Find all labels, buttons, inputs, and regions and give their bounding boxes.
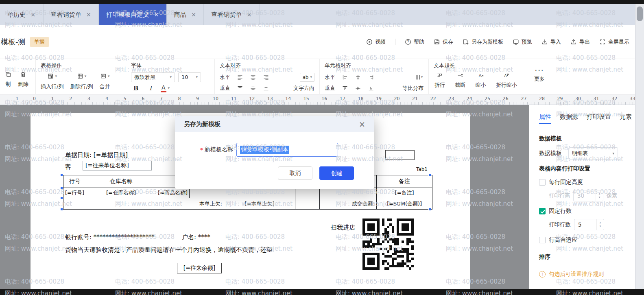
font-family-select[interactable]: 微软雅黑 ▾ xyxy=(131,72,175,82)
fullscreen-button[interactable]: 全屏显示 xyxy=(599,38,629,46)
table-cell[interactable] xyxy=(63,198,86,210)
table-cell[interactable]: 本单上欠: xyxy=(156,198,224,210)
save-as-new-template-button[interactable]: 另存为新模板 xyxy=(463,38,503,46)
delete-row-col-button[interactable]: ▾ 删除行/列 xyxy=(70,72,93,90)
table-cell[interactable] xyxy=(86,198,156,210)
doc-account-holder-field[interactable]: 户名: **** xyxy=(182,234,210,241)
tab-bill-history[interactable]: 单历史 × xyxy=(0,4,44,25)
table-selection-handle[interactable] xyxy=(428,173,431,176)
panel-tab-data-source[interactable]: 数据源 xyxy=(560,113,578,124)
text-direction-button[interactable]: ab▾ xyxy=(300,73,314,82)
align-left-button[interactable] xyxy=(235,73,245,82)
align-center-button[interactable] xyxy=(248,73,258,82)
panel-tab-print-settings[interactable]: 打印设置 xyxy=(587,113,611,124)
table-selection-handle[interactable] xyxy=(60,197,63,199)
insert-row-col-button[interactable]: ▾ 插入行/列 xyxy=(41,72,63,90)
table-cell[interactable] xyxy=(346,188,377,198)
overflow-shrink-button[interactable]: A 缩小 xyxy=(476,72,486,89)
table-cell[interactable] xyxy=(320,188,346,198)
doc-date-field[interactable]: 单据日期: [=单据日期] xyxy=(65,151,128,159)
import-button[interactable]: 导入 xyxy=(541,38,561,46)
print-height-input[interactable]: 30 ▴▾ xyxy=(573,190,603,201)
table-selection-handle[interactable] xyxy=(428,208,431,211)
overflow-truncate-button[interactable]: 截断 xyxy=(455,72,465,89)
fixed-row-height-option[interactable]: 每行固定高度 xyxy=(539,179,629,186)
doc-qr-label[interactable]: 扫我进店 xyxy=(331,224,355,232)
vertical-scrollbar[interactable] xyxy=(635,4,644,289)
table-cell[interactable] xyxy=(295,188,320,198)
close-icon[interactable]: × xyxy=(31,11,36,18)
template-name-input[interactable]: 销货单模板-测副本 xyxy=(236,143,338,157)
save-button[interactable]: 保存 xyxy=(434,38,453,46)
doc-customer-field[interactable]: [=往来单位名称] xyxy=(83,161,152,170)
cell-valign-bottom-button[interactable] xyxy=(366,84,376,93)
distribute-button[interactable]: ▾ xyxy=(414,73,424,82)
checkbox-unchecked[interactable] xyxy=(539,237,546,243)
table-cell[interactable] xyxy=(295,198,320,210)
print-rows-input[interactable]: 5 ▴▾ xyxy=(574,219,604,230)
tab-view-sales-order-2[interactable]: 查看销货单 × xyxy=(204,4,260,25)
doc-notice-text[interactable]: 货物当天请验收清楚，产品质量问题请在一个月内退换，逾期概不负责，还望 xyxy=(65,246,273,254)
video-button[interactable]: 视频 xyxy=(366,38,386,46)
cell-valign-top-button[interactable] xyxy=(340,84,350,93)
font-color-button[interactable]: A ▾ xyxy=(160,84,170,92)
valign-bottom-button[interactable] xyxy=(261,84,271,93)
fixed-row-count-option[interactable]: 固定行数 xyxy=(539,208,629,215)
scrollbar-thumb[interactable] xyxy=(637,7,643,21)
dialog-header[interactable]: 另存为新模板 × xyxy=(175,116,374,132)
table-cell[interactable]: 行号 xyxy=(63,175,86,188)
checkbox-checked[interactable] xyxy=(539,208,546,214)
create-button[interactable]: 创建 xyxy=(319,166,354,180)
panel-tab-elements[interactable]: 元素 xyxy=(620,113,632,124)
tab-print-template-editor[interactable]: 打印模板自定义 × xyxy=(99,4,167,25)
cell-align-left-button[interactable] xyxy=(340,73,350,82)
valign-top-button[interactable] xyxy=(235,84,245,93)
table-cell[interactable] xyxy=(224,188,295,198)
doc-balance-field[interactable]: [=往来余额] xyxy=(177,263,222,273)
panel-tab-properties[interactable]: 属性 xyxy=(539,113,551,124)
table-cell[interactable]: 备注 xyxy=(377,175,432,188)
valign-middle-button[interactable] xyxy=(248,84,258,93)
table-cell[interactable]: [=行号] xyxy=(63,188,86,198)
overflow-wrap-shrink-button[interactable]: A 折行缩小 xyxy=(496,72,517,89)
more-button[interactable]: ··· 更多 xyxy=(528,62,551,83)
doc-tab-label[interactable]: Tab1 xyxy=(416,166,428,172)
table-cell[interactable]: [=仓库名称] xyxy=(86,188,156,198)
overflow-wrap-button[interactable]: 折行 xyxy=(434,72,445,89)
spinner-arrows[interactable]: ▴▾ xyxy=(596,190,603,201)
qr-code[interactable] xyxy=(361,217,415,271)
bold-button[interactable]: B xyxy=(131,84,141,93)
merge-cells-button[interactable]: ▾ 合并 xyxy=(100,72,110,90)
preview-button[interactable]: 预览 xyxy=(513,38,532,46)
table-cell[interactable]: 仓库名称 xyxy=(86,175,156,188)
doc-number-field[interactable] xyxy=(385,150,415,160)
table-selection-handle[interactable] xyxy=(60,186,63,189)
close-icon[interactable]: × xyxy=(154,11,159,18)
doc-bank-account-field[interactable]: 银行账号: ******************** xyxy=(65,234,155,241)
italic-button[interactable]: I xyxy=(146,84,155,93)
align-right-button[interactable] xyxy=(261,73,271,82)
close-icon[interactable]: × xyxy=(359,120,365,128)
cell-align-center-button[interactable] xyxy=(353,73,363,82)
close-icon[interactable]: × xyxy=(191,11,196,18)
font-size-select[interactable]: 10 ▾ xyxy=(178,72,201,82)
delete-button[interactable]: 删除 xyxy=(18,71,28,92)
table-cell[interactable]: [=备注] xyxy=(377,188,432,198)
copy-button[interactable]: 制 xyxy=(5,71,11,92)
help-button[interactable]: ? 帮助 xyxy=(405,38,424,46)
tab-view-sales-order-1[interactable]: 查看销货单 × xyxy=(44,4,99,25)
close-icon[interactable]: × xyxy=(86,11,92,18)
export-button[interactable]: 导出 xyxy=(570,38,590,46)
checkbox-unchecked[interactable] xyxy=(539,179,546,186)
auto-row-height-option[interactable]: 行高自适应 xyxy=(539,236,629,244)
tab-products[interactable]: 商品 × xyxy=(167,4,204,25)
cell-valign-middle-button[interactable] xyxy=(353,84,363,93)
cancel-button[interactable]: 取消 xyxy=(278,166,312,180)
close-icon[interactable]: × xyxy=(247,11,252,18)
table-selection-handle[interactable] xyxy=(60,173,63,176)
spinner-arrows[interactable]: ▴▾ xyxy=(596,219,604,230)
data-template-select[interactable]: 明细表 ▾ xyxy=(568,147,618,160)
table-cell[interactable]: [=SUM(金额)] xyxy=(377,198,432,210)
table-cell[interactable] xyxy=(190,188,224,198)
cell-align-right-button[interactable] xyxy=(366,73,376,82)
